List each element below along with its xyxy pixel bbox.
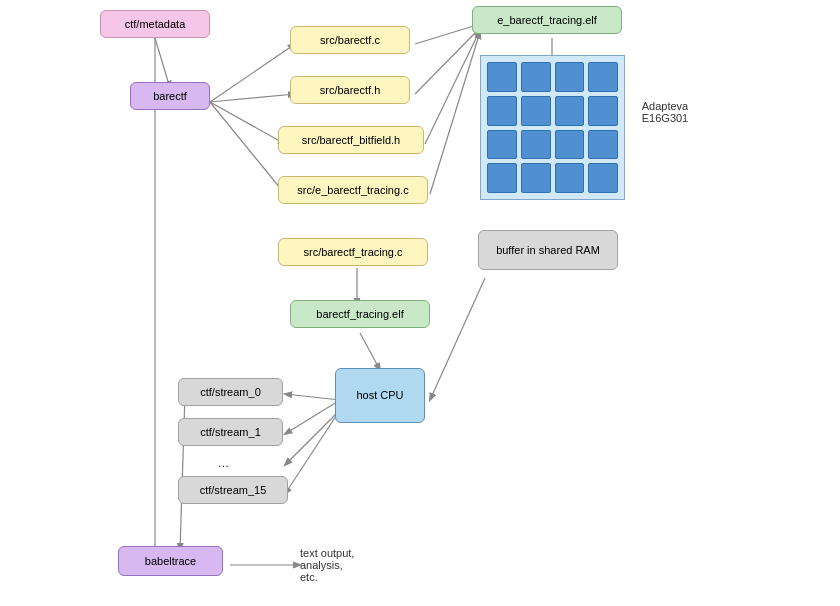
- node-host-cpu: host CPU: [335, 368, 425, 423]
- diagram: ctf/metadata barectf src/barectf.c src/b…: [0, 0, 840, 606]
- grid-cell: [521, 96, 551, 126]
- grid-cell: [521, 163, 551, 193]
- svg-line-12: [360, 333, 380, 370]
- src-barectf-h-label: src/barectf.h: [320, 83, 381, 97]
- svg-line-17: [285, 410, 340, 494]
- node-babeltrace: babeltrace: [118, 546, 223, 576]
- grid-cell: [555, 96, 585, 126]
- svg-line-2: [210, 94, 295, 102]
- svg-line-5: [415, 24, 480, 44]
- grid-cell: [555, 62, 585, 92]
- node-src-barectf-c: src/barectf.c: [290, 26, 410, 54]
- ctf-stream-dots-label: ...: [218, 455, 229, 470]
- svg-line-3: [210, 102, 285, 144]
- grid-cell: [487, 130, 517, 160]
- svg-line-13: [430, 278, 485, 400]
- node-ctf-stream-1: ctf/stream_1: [178, 418, 283, 446]
- svg-line-4: [210, 102, 285, 194]
- adapteva-grid: [480, 55, 625, 200]
- svg-line-7: [425, 30, 480, 144]
- svg-line-6: [415, 28, 480, 94]
- src-e-barectf-tracing-c-label: src/e_barectf_tracing.c: [297, 183, 408, 197]
- grid-cell: [521, 62, 551, 92]
- svg-line-8: [430, 32, 480, 194]
- src-barectf-c-label: src/barectf.c: [320, 33, 380, 47]
- ctf-stream-15-label: ctf/stream_15: [200, 483, 267, 497]
- barectf-tracing-elf-label: barectf_tracing.elf: [316, 307, 403, 321]
- node-barectf: barectf: [130, 82, 210, 110]
- grid-cell: [588, 163, 618, 193]
- node-buffer-shared-ram: buffer in shared RAM: [478, 230, 618, 270]
- svg-line-14: [285, 394, 340, 400]
- grid-cell: [588, 62, 618, 92]
- node-src-barectf-tracing-c: src/barectf_tracing.c: [278, 238, 428, 266]
- grid-cell: [588, 130, 618, 160]
- node-ctf-stream-15: ctf/stream_15: [178, 476, 288, 504]
- grid-cell: [588, 96, 618, 126]
- grid-cell: [555, 130, 585, 160]
- host-cpu-label: host CPU: [356, 388, 403, 402]
- svg-line-1: [210, 44, 295, 102]
- grid-cell: [555, 163, 585, 193]
- src-barectf-bitfield-h-label: src/barectf_bitfield.h: [302, 133, 400, 147]
- svg-line-15: [285, 400, 340, 434]
- ctf-metadata-label: ctf/metadata: [125, 17, 186, 31]
- node-src-e-barectf-tracing-c: src/e_barectf_tracing.c: [278, 176, 428, 204]
- svg-line-16: [285, 410, 340, 465]
- node-ctf-stream-dots: ...: [218, 455, 229, 470]
- grid-cell: [521, 130, 551, 160]
- ctf-stream-1-label: ctf/stream_1: [200, 425, 261, 439]
- src-barectf-tracing-c-label: src/barectf_tracing.c: [303, 245, 402, 259]
- babeltrace-label: babeltrace: [145, 554, 196, 568]
- text-output-label: text output,analysis,etc.: [300, 547, 390, 583]
- node-barectf-tracing-elf: barectf_tracing.elf: [290, 300, 430, 328]
- grid-cell: [487, 96, 517, 126]
- ctf-stream-0-label: ctf/stream_0: [200, 385, 261, 399]
- adapteva-label: AdaptevaE16G301: [630, 100, 700, 124]
- node-src-barectf-h: src/barectf.h: [290, 76, 410, 104]
- svg-line-0: [155, 38, 170, 88]
- node-src-barectf-bitfield-h: src/barectf_bitfield.h: [278, 126, 424, 154]
- grid-cell: [487, 62, 517, 92]
- node-e-barectf-tracing-elf: e_barectf_tracing.elf: [472, 6, 622, 34]
- node-ctf-stream-0: ctf/stream_0: [178, 378, 283, 406]
- e-barectf-tracing-elf-label: e_barectf_tracing.elf: [497, 13, 597, 27]
- grid-cell: [487, 163, 517, 193]
- node-ctf-metadata: ctf/metadata: [100, 10, 210, 38]
- barectf-label: barectf: [153, 89, 187, 103]
- buffer-shared-ram-label: buffer in shared RAM: [496, 243, 600, 257]
